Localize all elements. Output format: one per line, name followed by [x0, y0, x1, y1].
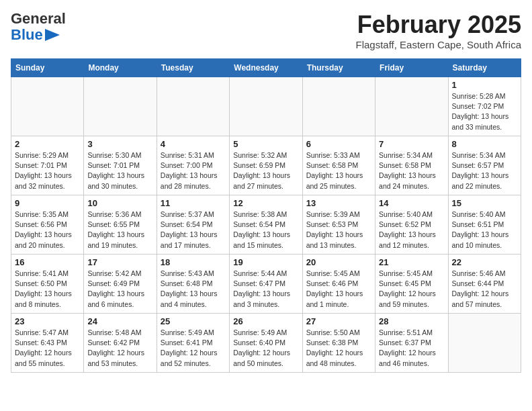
calendar-day-cell	[375, 77, 448, 136]
day-info: Sunrise: 5:35 AM Sunset: 6:56 PM Dayligh…	[15, 210, 80, 250]
day-info: Sunrise: 5:40 AM Sunset: 6:52 PM Dayligh…	[379, 210, 444, 250]
calendar-day-cell: 13Sunrise: 5:39 AM Sunset: 6:53 PM Dayli…	[302, 195, 375, 255]
day-info: Sunrise: 5:49 AM Sunset: 6:40 PM Dayligh…	[233, 328, 298, 369]
calendar-day-cell: 4Sunrise: 5:31 AM Sunset: 7:00 PM Daylig…	[157, 136, 229, 195]
calendar-day-cell: 27Sunrise: 5:50 AM Sunset: 6:38 PM Dayli…	[302, 314, 375, 373]
day-info: Sunrise: 5:48 AM Sunset: 6:42 PM Dayligh…	[87, 328, 152, 369]
day-number: 5	[233, 139, 298, 149]
calendar-day-cell: 18Sunrise: 5:43 AM Sunset: 6:48 PM Dayli…	[157, 255, 229, 314]
weekday-header: Monday	[84, 59, 157, 77]
calendar-day-cell: 20Sunrise: 5:45 AM Sunset: 6:46 PM Dayli…	[302, 255, 375, 314]
day-info: Sunrise: 5:39 AM Sunset: 6:53 PM Dayligh…	[306, 210, 371, 250]
day-info: Sunrise: 5:38 AM Sunset: 6:54 PM Dayligh…	[233, 210, 298, 250]
calendar-day-cell: 21Sunrise: 5:45 AM Sunset: 6:45 PM Dayli…	[375, 255, 448, 314]
day-number: 21	[379, 257, 444, 267]
day-info: Sunrise: 5:44 AM Sunset: 6:47 PM Dayligh…	[233, 269, 298, 310]
day-info: Sunrise: 5:46 AM Sunset: 6:44 PM Dayligh…	[452, 269, 517, 310]
day-number: 13	[306, 198, 371, 208]
calendar-day-cell: 19Sunrise: 5:44 AM Sunset: 6:47 PM Dayli…	[230, 255, 302, 314]
month-title: February 2025	[355, 11, 521, 39]
calendar-day-cell	[302, 77, 375, 136]
day-number: 17	[87, 257, 152, 267]
calendar-week-row: 2Sunrise: 5:29 AM Sunset: 7:01 PM Daylig…	[11, 136, 521, 195]
day-number: 20	[306, 257, 371, 267]
day-number: 14	[379, 198, 444, 208]
svg-marker-0	[45, 29, 60, 41]
calendar-day-cell: 1Sunrise: 5:28 AM Sunset: 7:02 PM Daylig…	[448, 77, 521, 136]
day-number: 4	[161, 139, 226, 149]
calendar-week-row: 23Sunrise: 5:47 AM Sunset: 6:43 PM Dayli…	[11, 314, 521, 373]
weekday-header-row: SundayMondayTuesdayWednesdayThursdayFrid…	[11, 59, 521, 77]
calendar-day-cell: 10Sunrise: 5:36 AM Sunset: 6:55 PM Dayli…	[84, 195, 157, 255]
calendar-day-cell	[448, 314, 521, 373]
calendar-day-cell: 16Sunrise: 5:41 AM Sunset: 6:50 PM Dayli…	[11, 255, 84, 314]
day-number: 18	[161, 257, 226, 267]
calendar-day-cell: 15Sunrise: 5:40 AM Sunset: 6:51 PM Dayli…	[448, 195, 521, 255]
calendar-day-cell: 22Sunrise: 5:46 AM Sunset: 6:44 PM Dayli…	[448, 255, 521, 314]
day-number: 11	[161, 198, 226, 208]
day-number: 19	[233, 257, 298, 267]
day-info: Sunrise: 5:45 AM Sunset: 6:46 PM Dayligh…	[306, 269, 371, 310]
day-number: 27	[306, 316, 371, 326]
day-number: 15	[452, 198, 517, 208]
calendar-day-cell: 28Sunrise: 5:51 AM Sunset: 6:37 PM Dayli…	[375, 314, 448, 373]
day-number: 12	[233, 198, 298, 208]
location-subtitle: Flagstaff, Eastern Cape, South Africa	[355, 39, 521, 50]
day-info: Sunrise: 5:29 AM Sunset: 7:01 PM Dayligh…	[15, 150, 80, 191]
calendar-table: SundayMondayTuesdayWednesdayThursdayFrid…	[11, 58, 521, 373]
weekday-header: Friday	[375, 59, 448, 77]
calendar-day-cell: 17Sunrise: 5:42 AM Sunset: 6:49 PM Dayli…	[84, 255, 157, 314]
calendar-day-cell: 25Sunrise: 5:49 AM Sunset: 6:41 PM Dayli…	[157, 314, 229, 373]
day-number: 6	[306, 139, 371, 149]
day-info: Sunrise: 5:51 AM Sunset: 6:37 PM Dayligh…	[379, 328, 444, 369]
day-number: 2	[15, 139, 80, 149]
calendar-day-cell: 2Sunrise: 5:29 AM Sunset: 7:01 PM Daylig…	[11, 136, 84, 195]
day-info: Sunrise: 5:36 AM Sunset: 6:55 PM Dayligh…	[87, 210, 152, 250]
day-info: Sunrise: 5:34 AM Sunset: 6:58 PM Dayligh…	[379, 150, 444, 191]
day-info: Sunrise: 5:47 AM Sunset: 6:43 PM Dayligh…	[15, 328, 80, 369]
calendar-day-cell: 5Sunrise: 5:32 AM Sunset: 6:59 PM Daylig…	[230, 136, 302, 195]
day-info: Sunrise: 5:45 AM Sunset: 6:45 PM Dayligh…	[379, 269, 444, 310]
day-info: Sunrise: 5:33 AM Sunset: 6:58 PM Dayligh…	[306, 150, 371, 191]
calendar-week-row: 16Sunrise: 5:41 AM Sunset: 6:50 PM Dayli…	[11, 255, 521, 314]
calendar-day-cell: 3Sunrise: 5:30 AM Sunset: 7:01 PM Daylig…	[84, 136, 157, 195]
day-number: 23	[15, 316, 80, 326]
calendar-day-cell: 14Sunrise: 5:40 AM Sunset: 6:52 PM Dayli…	[375, 195, 448, 255]
day-number: 28	[379, 316, 444, 326]
calendar-day-cell	[157, 77, 229, 136]
calendar-day-cell: 23Sunrise: 5:47 AM Sunset: 6:43 PM Dayli…	[11, 314, 84, 373]
calendar-day-cell	[84, 77, 157, 136]
day-number: 8	[452, 139, 517, 149]
day-info: Sunrise: 5:43 AM Sunset: 6:48 PM Dayligh…	[161, 269, 226, 310]
day-info: Sunrise: 5:30 AM Sunset: 7:01 PM Dayligh…	[87, 150, 152, 191]
day-number: 1	[452, 80, 517, 90]
day-info: Sunrise: 5:32 AM Sunset: 6:59 PM Dayligh…	[233, 150, 298, 191]
calendar-day-cell: 26Sunrise: 5:49 AM Sunset: 6:40 PM Dayli…	[230, 314, 302, 373]
day-number: 10	[87, 198, 152, 208]
calendar-day-cell: 7Sunrise: 5:34 AM Sunset: 6:58 PM Daylig…	[375, 136, 448, 195]
day-info: Sunrise: 5:40 AM Sunset: 6:51 PM Dayligh…	[452, 210, 517, 250]
logo-blue: Blue	[11, 27, 43, 43]
day-number: 26	[233, 316, 298, 326]
day-info: Sunrise: 5:28 AM Sunset: 7:02 PM Dayligh…	[452, 91, 517, 132]
day-number: 16	[15, 257, 80, 267]
day-info: Sunrise: 5:37 AM Sunset: 6:54 PM Dayligh…	[161, 210, 226, 250]
logo-general: General	[11, 10, 66, 27]
header: General Blue February 2025 Flagstaff, Ea…	[11, 11, 521, 50]
weekday-header: Tuesday	[157, 59, 229, 77]
day-info: Sunrise: 5:31 AM Sunset: 7:00 PM Dayligh…	[161, 150, 226, 191]
calendar-day-cell	[11, 77, 84, 136]
day-info: Sunrise: 5:42 AM Sunset: 6:49 PM Dayligh…	[87, 269, 152, 310]
calendar-day-cell: 11Sunrise: 5:37 AM Sunset: 6:54 PM Dayli…	[157, 195, 229, 255]
calendar-day-cell	[230, 77, 302, 136]
day-info: Sunrise: 5:49 AM Sunset: 6:41 PM Dayligh…	[161, 328, 226, 369]
day-info: Sunrise: 5:41 AM Sunset: 6:50 PM Dayligh…	[15, 269, 80, 310]
calendar-day-cell: 6Sunrise: 5:33 AM Sunset: 6:58 PM Daylig…	[302, 136, 375, 195]
day-number: 3	[87, 139, 152, 149]
logo: General Blue	[11, 11, 66, 43]
calendar-day-cell: 24Sunrise: 5:48 AM Sunset: 6:42 PM Dayli…	[84, 314, 157, 373]
weekday-header: Wednesday	[230, 59, 302, 77]
calendar-day-cell: 8Sunrise: 5:34 AM Sunset: 6:57 PM Daylig…	[448, 136, 521, 195]
calendar-day-cell: 9Sunrise: 5:35 AM Sunset: 6:56 PM Daylig…	[11, 195, 84, 255]
day-number: 25	[161, 316, 226, 326]
